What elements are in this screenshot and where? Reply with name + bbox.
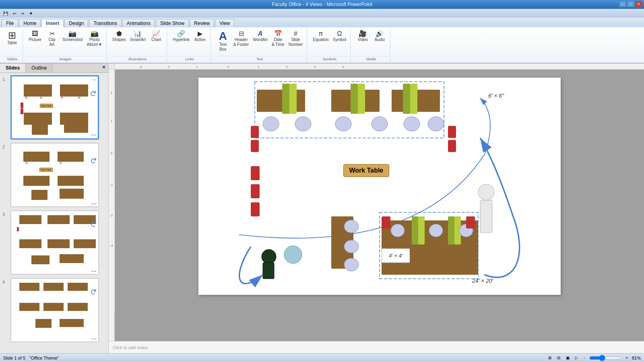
audio-button[interactable]: 🔊 Audio <box>372 30 388 43</box>
tab-transitions[interactable]: Transitions <box>89 19 121 27</box>
svg-text:-2: -2 <box>167 65 170 69</box>
svg-text:-3: -3 <box>139 65 142 69</box>
slide-thumb-3[interactable]: 3 ↻ 24′×22′ <box>2 210 107 276</box>
work-table-label: Work Table <box>343 164 390 177</box>
slide-tab-bar: Slides Outline ✕ <box>0 64 108 73</box>
svg-rect-50 <box>418 216 425 245</box>
notes-area[interactable]: Click to add notes <box>109 341 644 353</box>
zoom-slider[interactable] <box>589 355 621 361</box>
svg-rect-28 <box>410 84 417 114</box>
svg-text:-2: -2 <box>110 214 113 217</box>
chart-icon: 📈 <box>152 31 160 37</box>
tab-file[interactable]: File <box>2 19 18 27</box>
hyperlink-icon: 🔗 <box>177 31 185 37</box>
slidenumber-icon: # <box>294 31 297 37</box>
symbol-button[interactable]: Ω Symbol <box>331 30 348 43</box>
view-reading-button[interactable]: ▣ <box>564 355 571 360</box>
svg-text:4: 4 <box>342 65 344 69</box>
datetime-button[interactable]: 📅 Date& Time <box>270 30 286 48</box>
ribbon: ⊞ Table Tables 🖼 Picture ✂ ClipArt 📷 Scr… <box>0 27 644 64</box>
tab-home[interactable]: Home <box>19 19 41 27</box>
svg-point-31 <box>295 117 311 131</box>
close-button[interactable]: ✕ <box>635 1 642 7</box>
undo-button[interactable]: ↩ <box>11 11 18 16</box>
zoom-in-button[interactable]: + <box>624 355 630 360</box>
svg-text:2: 2 <box>286 65 288 69</box>
title-bar: Faculty Office - 4 Views - Microsoft Pow… <box>0 0 644 9</box>
table-button[interactable]: ⊞ Table <box>4 30 20 46</box>
headerfooter-icon: ⊟ <box>239 31 244 37</box>
headerfooter-button[interactable]: ⊟ Header& Footer <box>232 30 250 48</box>
svg-text:-1: -1 <box>195 65 198 69</box>
notes-placeholder: Click to add notes <box>113 345 148 350</box>
equation-icon: π <box>319 31 323 37</box>
wordart-button[interactable]: A WordArt <box>251 30 269 43</box>
panel-close-button[interactable]: ✕ <box>99 64 108 72</box>
action-icon: ▶ <box>198 31 202 37</box>
zoom-level: 81% <box>632 356 641 360</box>
tab-slideshow[interactable]: Slide Show <box>156 19 189 27</box>
svg-rect-56 <box>382 216 390 228</box>
slide-thumb-4[interactable]: 4 ↻ 24′×22′ <box>2 277 107 343</box>
svg-rect-0 <box>115 64 644 69</box>
canvas-scroll[interactable]: 4′ × 4′ 6′ × 6″ 24′ × 20′ Work Table <box>115 70 644 341</box>
tab-design[interactable]: Design <box>64 19 88 27</box>
shapes-icon: ⬟ <box>116 31 122 37</box>
chart-button[interactable]: 📈 Chart <box>148 30 164 43</box>
minimize-button[interactable]: — <box>619 1 626 7</box>
quick-access-toolbar: 💾 ↩ ↪ ▼ <box>0 9 644 18</box>
svg-text:2: 2 <box>111 91 113 95</box>
svg-rect-41 <box>251 184 260 198</box>
tab-review[interactable]: Review <box>190 19 214 27</box>
svg-point-35 <box>428 117 444 131</box>
slides-tab[interactable]: Slides <box>0 64 26 72</box>
app-title: Faculty Office - 4 Views - Microsoft Pow… <box>272 2 372 7</box>
svg-rect-51 <box>448 216 454 245</box>
vertical-ruler: 2 1 0 -1 -2 -3 <box>109 70 115 341</box>
smartart-button[interactable]: 📊 SmartArt <box>128 30 147 43</box>
svg-rect-57 <box>466 216 475 228</box>
slidenumber-button[interactable]: # SlideNumber <box>287 30 305 48</box>
slide-thumb-1[interactable]: 1 Work Table <box>2 74 107 140</box>
svg-text:-3: -3 <box>110 244 113 247</box>
slide-preview-4: ↻ 24′×22′ <box>10 278 99 342</box>
svg-point-33 <box>372 117 388 131</box>
shapes-button[interactable]: ⬟ Shapes <box>111 30 128 43</box>
save-button[interactable]: 💾 <box>2 11 10 16</box>
view-normal-button[interactable]: ⊞ <box>547 355 553 360</box>
symbol-icon: Ω <box>337 31 342 37</box>
svg-text:1: 1 <box>111 119 113 123</box>
slide-canvas: 4′ × 4′ 6′ × 6″ 24′ × 20′ Work Table <box>198 78 561 295</box>
view-slide-button[interactable]: ⊟ <box>555 355 562 360</box>
tab-view[interactable]: View <box>215 19 234 27</box>
svg-point-60 <box>262 249 276 264</box>
redo-button[interactable]: ↪ <box>19 11 26 16</box>
photoalbum-icon: 📸 <box>91 31 99 37</box>
zoom-out-button[interactable]: - <box>582 355 587 360</box>
slide-thumb-2[interactable]: 2 Work Table ↻ 24′×22′ <box>2 142 107 208</box>
view-slideshow-button[interactable]: ▷ <box>574 355 580 360</box>
svg-point-53 <box>391 224 405 237</box>
picture-button[interactable]: 🖼 Picture <box>27 30 43 43</box>
qa-dropdown[interactable]: ▼ <box>27 11 35 16</box>
maximize-button[interactable]: □ <box>627 1 634 7</box>
tab-insert[interactable]: Insert <box>41 19 64 27</box>
tab-animations[interactable]: Animations <box>122 19 155 27</box>
photoalbum-button[interactable]: 📸 PhotoAlbum▼ <box>85 30 104 48</box>
outline-tab[interactable]: Outline <box>26 64 53 72</box>
smartart-icon: 📊 <box>134 31 142 37</box>
video-button[interactable]: 🎥 Video <box>355 30 371 43</box>
equation-button[interactable]: π Equation <box>311 30 330 43</box>
svg-point-62 <box>284 246 302 263</box>
screenshot-button[interactable]: 📷 Screenshot <box>61 30 85 43</box>
main-area: Slides Outline ✕ 1 <box>0 64 644 353</box>
svg-rect-40 <box>251 166 260 180</box>
action-button[interactable]: ▶ Action <box>192 30 208 43</box>
svg-point-46 <box>344 220 359 233</box>
svg-point-54 <box>429 224 443 237</box>
ribbon-group-illustrations: ⬟ Shapes 📊 SmartArt 📈 Chart Illustration… <box>108 28 167 62</box>
clipart-button[interactable]: ✂ ClipArt <box>44 30 60 48</box>
hyperlink-button[interactable]: 🔗 Hyperlink <box>171 30 191 43</box>
textbox-button[interactable]: A TextBox <box>215 30 231 53</box>
text-group-label: Text <box>215 56 304 61</box>
